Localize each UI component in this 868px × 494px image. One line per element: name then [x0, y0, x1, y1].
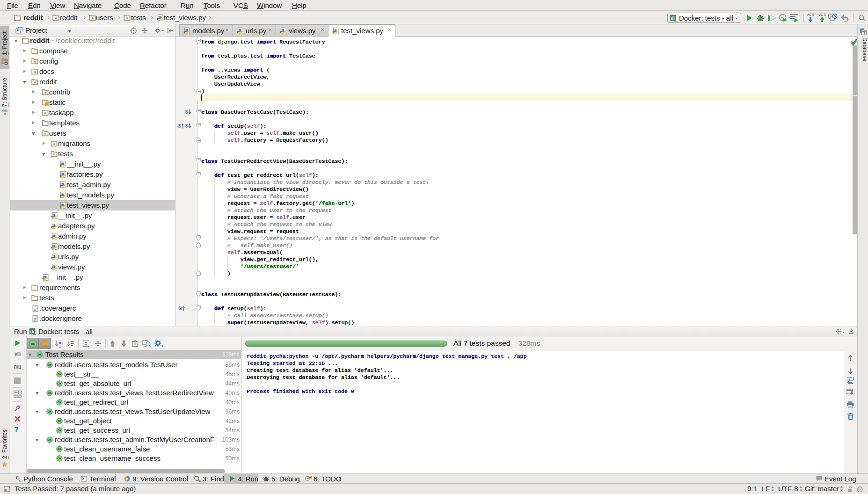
svg-text:OK: OK	[58, 448, 61, 450]
svg-text:OK: OK	[58, 420, 61, 422]
svg-text:OK: OK	[31, 342, 35, 345]
svg-text:z: z	[59, 344, 61, 348]
svg-text:di: di	[30, 329, 34, 334]
svg-text:di: di	[671, 15, 674, 21]
svg-text:OK: OK	[48, 410, 51, 413]
svg-text:OK: OK	[48, 363, 51, 366]
svg-text:OK: OK	[58, 401, 61, 404]
svg-text:OK: OK	[38, 353, 42, 356]
svg-text:OK: OK	[48, 392, 51, 394]
svg-text:VCS: VCS	[818, 13, 826, 17]
svg-text:OK: OK	[48, 438, 51, 441]
svg-text:OK: OK	[58, 382, 61, 385]
svg-text:OK: OK	[58, 373, 61, 376]
svg-text:OK: OK	[58, 457, 61, 460]
svg-text:VCS: VCS	[807, 13, 815, 17]
svg-text:OK: OK	[58, 429, 61, 432]
